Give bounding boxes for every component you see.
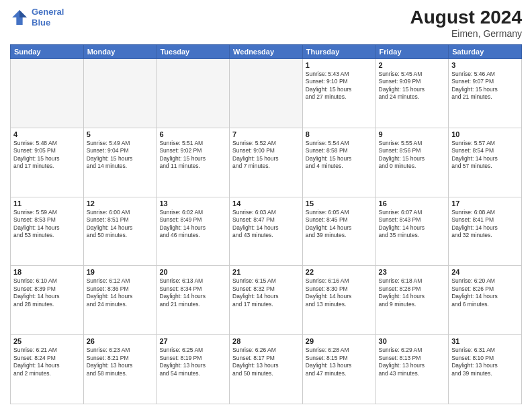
- calendar-day: 18Sunrise: 6:10 AM Sunset: 8:39 PM Dayli…: [11, 266, 84, 335]
- day-info: Sunrise: 5:52 AM Sunset: 9:00 PM Dayligh…: [232, 140, 300, 171]
- calendar-day: 13Sunrise: 6:02 AM Sunset: 8:49 PM Dayli…: [157, 197, 230, 266]
- calendar-day: 21Sunrise: 6:15 AM Sunset: 8:32 PM Dayli…: [230, 266, 303, 335]
- calendar-day: 22Sunrise: 6:16 AM Sunset: 8:30 PM Dayli…: [302, 266, 375, 335]
- col-wednesday: Wednesday: [230, 45, 303, 59]
- calendar-day: 5Sunrise: 5:49 AM Sunset: 9:04 PM Daylig…: [83, 128, 157, 197]
- day-info: Sunrise: 5:49 AM Sunset: 9:04 PM Dayligh…: [87, 140, 154, 171]
- col-tuesday: Tuesday: [157, 45, 230, 59]
- calendar-day: 11Sunrise: 5:59 AM Sunset: 8:53 PM Dayli…: [11, 197, 84, 266]
- day-number: 22: [306, 268, 373, 276]
- day-info: Sunrise: 6:15 AM Sunset: 8:32 PM Dayligh…: [232, 277, 300, 308]
- calendar-week-4: 18Sunrise: 6:10 AM Sunset: 8:39 PM Dayli…: [11, 266, 522, 335]
- day-number: 19: [87, 268, 154, 276]
- day-info: Sunrise: 6:23 AM Sunset: 8:21 PM Dayligh…: [87, 347, 154, 377]
- calendar-week-1: 1Sunrise: 5:43 AM Sunset: 9:10 PM Daylig…: [11, 59, 522, 128]
- day-info: Sunrise: 6:16 AM Sunset: 8:30 PM Dayligh…: [306, 277, 373, 308]
- calendar-day: 17Sunrise: 6:08 AM Sunset: 8:41 PM Dayli…: [449, 197, 522, 266]
- day-number: 4: [13, 130, 81, 138]
- calendar-day: 7Sunrise: 5:52 AM Sunset: 9:00 PM Daylig…: [230, 128, 303, 197]
- day-info: Sunrise: 6:26 AM Sunset: 8:17 PM Dayligh…: [232, 347, 300, 377]
- calendar-day: 27Sunrise: 6:25 AM Sunset: 8:19 PM Dayli…: [157, 335, 230, 404]
- day-number: 1: [306, 61, 373, 69]
- calendar-day: 30Sunrise: 6:29 AM Sunset: 8:13 PM Dayli…: [375, 335, 449, 404]
- day-info: Sunrise: 5:46 AM Sunset: 9:07 PM Dayligh…: [451, 71, 519, 101]
- day-info: Sunrise: 6:00 AM Sunset: 8:51 PM Dayligh…: [87, 209, 154, 240]
- day-info: Sunrise: 5:55 AM Sunset: 8:56 PM Dayligh…: [379, 140, 446, 171]
- day-number: 6: [159, 130, 226, 138]
- calendar-day: 6Sunrise: 5:51 AM Sunset: 9:02 PM Daylig…: [157, 128, 230, 197]
- day-info: Sunrise: 6:02 AM Sunset: 8:49 PM Dayligh…: [159, 209, 226, 240]
- header: General Blue August 2024 Eimen, Germany: [10, 7, 522, 39]
- logo-icon: [10, 8, 29, 27]
- day-number: 29: [306, 337, 373, 345]
- day-number: 30: [379, 337, 446, 345]
- calendar-title: August 2024: [410, 7, 523, 28]
- calendar-day: 19Sunrise: 6:12 AM Sunset: 8:36 PM Dayli…: [83, 266, 157, 335]
- day-number: 2: [379, 61, 446, 69]
- calendar-day: 29Sunrise: 6:28 AM Sunset: 8:15 PM Dayli…: [302, 335, 375, 404]
- calendar-day: 25Sunrise: 6:21 AM Sunset: 8:24 PM Dayli…: [11, 335, 84, 404]
- day-info: Sunrise: 6:21 AM Sunset: 8:24 PM Dayligh…: [13, 347, 81, 377]
- calendar-day: [230, 59, 303, 128]
- day-number: 11: [13, 199, 81, 208]
- col-friday: Friday: [375, 45, 449, 59]
- calendar-day: 10Sunrise: 5:57 AM Sunset: 8:54 PM Dayli…: [449, 128, 522, 197]
- logo: General Blue: [10, 7, 64, 28]
- day-info: Sunrise: 6:25 AM Sunset: 8:19 PM Dayligh…: [159, 347, 226, 377]
- calendar-day: 2Sunrise: 5:45 AM Sunset: 9:09 PM Daylig…: [375, 59, 449, 128]
- calendar-day: [157, 59, 230, 128]
- day-info: Sunrise: 5:57 AM Sunset: 8:54 PM Dayligh…: [451, 140, 519, 171]
- day-number: 17: [451, 199, 519, 208]
- calendar-day: 3Sunrise: 5:46 AM Sunset: 9:07 PM Daylig…: [449, 59, 522, 128]
- day-info: Sunrise: 5:48 AM Sunset: 9:05 PM Dayligh…: [13, 140, 81, 171]
- day-number: 28: [232, 337, 300, 345]
- calendar-day: 9Sunrise: 5:55 AM Sunset: 8:56 PM Daylig…: [375, 128, 449, 197]
- logo-line1: General: [32, 7, 64, 17]
- day-info: Sunrise: 5:54 AM Sunset: 8:58 PM Dayligh…: [306, 140, 373, 171]
- calendar-day: 24Sunrise: 6:20 AM Sunset: 8:26 PM Dayli…: [449, 266, 522, 335]
- day-number: 16: [379, 199, 446, 208]
- logo-text: General Blue: [32, 7, 64, 28]
- day-number: 15: [306, 199, 373, 208]
- day-info: Sunrise: 6:31 AM Sunset: 8:10 PM Dayligh…: [451, 347, 519, 377]
- col-saturday: Saturday: [449, 45, 522, 59]
- day-info: Sunrise: 6:12 AM Sunset: 8:36 PM Dayligh…: [87, 277, 154, 308]
- calendar-day: [11, 59, 84, 128]
- calendar-day: 14Sunrise: 6:03 AM Sunset: 8:47 PM Dayli…: [230, 197, 303, 266]
- day-number: 10: [451, 130, 519, 138]
- header-row: Sunday Monday Tuesday Wednesday Thursday…: [11, 45, 522, 59]
- calendar-week-3: 11Sunrise: 5:59 AM Sunset: 8:53 PM Dayli…: [11, 197, 522, 266]
- calendar-day: 15Sunrise: 6:05 AM Sunset: 8:45 PM Dayli…: [302, 197, 375, 266]
- day-number: 3: [451, 61, 519, 69]
- calendar-day: 26Sunrise: 6:23 AM Sunset: 8:21 PM Dayli…: [83, 335, 157, 404]
- day-info: Sunrise: 6:05 AM Sunset: 8:45 PM Dayligh…: [306, 209, 373, 240]
- day-number: 13: [159, 199, 226, 208]
- day-number: 24: [451, 268, 519, 276]
- day-number: 9: [379, 130, 446, 138]
- logo-line2: Blue: [32, 17, 50, 28]
- day-info: Sunrise: 5:45 AM Sunset: 9:09 PM Dayligh…: [379, 71, 446, 101]
- calendar-day: 20Sunrise: 6:13 AM Sunset: 8:34 PM Dayli…: [157, 266, 230, 335]
- calendar-day: 1Sunrise: 5:43 AM Sunset: 9:10 PM Daylig…: [302, 59, 375, 128]
- day-info: Sunrise: 6:07 AM Sunset: 8:43 PM Dayligh…: [379, 209, 446, 240]
- day-number: 18: [13, 268, 81, 276]
- calendar-day: 12Sunrise: 6:00 AM Sunset: 8:51 PM Dayli…: [83, 197, 157, 266]
- day-number: 8: [306, 130, 373, 138]
- calendar-table: Sunday Monday Tuesday Wednesday Thursday…: [10, 44, 522, 404]
- calendar-week-2: 4Sunrise: 5:48 AM Sunset: 9:05 PM Daylig…: [11, 128, 522, 197]
- day-info: Sunrise: 6:18 AM Sunset: 8:28 PM Dayligh…: [379, 277, 446, 308]
- day-number: 31: [451, 337, 519, 345]
- day-number: 27: [159, 337, 226, 345]
- calendar-day: 16Sunrise: 6:07 AM Sunset: 8:43 PM Dayli…: [375, 197, 449, 266]
- day-info: Sunrise: 5:59 AM Sunset: 8:53 PM Dayligh…: [13, 209, 81, 240]
- col-sunday: Sunday: [11, 45, 84, 59]
- calendar-week-5: 25Sunrise: 6:21 AM Sunset: 8:24 PM Dayli…: [11, 335, 522, 404]
- day-number: 23: [379, 268, 446, 276]
- calendar-day: [83, 59, 157, 128]
- calendar-day: 23Sunrise: 6:18 AM Sunset: 8:28 PM Dayli…: [375, 266, 449, 335]
- day-number: 20: [159, 268, 226, 276]
- day-number: 21: [232, 268, 300, 276]
- day-info: Sunrise: 6:13 AM Sunset: 8:34 PM Dayligh…: [159, 277, 226, 308]
- day-info: Sunrise: 6:03 AM Sunset: 8:47 PM Dayligh…: [232, 209, 300, 240]
- title-block: August 2024 Eimen, Germany: [410, 7, 523, 39]
